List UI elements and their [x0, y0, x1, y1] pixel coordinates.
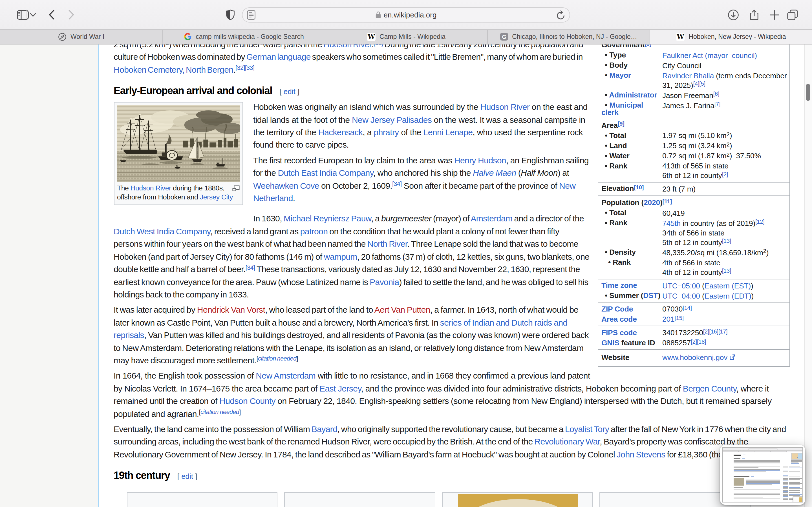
reference-link[interactable]: [2][16][17]: [703, 328, 728, 334]
wiki-link[interactable]: Loyalist Tory: [565, 424, 609, 434]
reference-link[interactable]: [31]: [373, 44, 383, 46]
wiki-link[interactable]: Faulkner Act (mayor–council): [662, 51, 757, 60]
reference-link[interactable]: [9]: [618, 121, 624, 127]
refresh-button[interactable]: [556, 10, 566, 22]
wiki-link[interactable]: Hudson River: [323, 44, 371, 49]
wiki-link[interactable]: Pavonia: [370, 277, 399, 286]
scrollbar-thumb[interactable]: [806, 83, 810, 101]
edit-section-link[interactable]: edit: [181, 472, 193, 481]
share-button[interactable]: [747, 0, 761, 29]
wiki-link[interactable]: Hudson County: [219, 396, 275, 406]
wiki-link[interactable]: www.hobokennj.gov: [662, 353, 727, 362]
wiki-link[interactable]: New: [559, 180, 575, 190]
wiki-link[interactable]: Administrator: [609, 91, 657, 100]
wiki-link[interactable]: Hoboken Cemetery, North Bergen: [114, 65, 233, 74]
reference-link[interactable]: [11]: [662, 198, 672, 204]
wiki-link[interactable]: Hackensack: [318, 127, 363, 137]
wiki-link[interactable]: phratry: [374, 127, 399, 137]
wiki-link[interactable]: Ravinder Bhalla: [662, 71, 714, 80]
wiki-link[interactable]: North River: [367, 239, 407, 249]
reference-link[interactable]: [32][33]: [236, 64, 254, 71]
citation-needed-link[interactable]: citation needed: [200, 408, 239, 415]
wiki-link[interactable]: Dutch West India Company: [114, 226, 210, 236]
tab-3[interactable]: WCamp Mills - Wikipedia: [325, 30, 487, 44]
wiki-link[interactable]: John Stevens: [617, 450, 665, 459]
address-bar[interactable]: en.wikipedia.org: [242, 7, 570, 22]
back-button[interactable]: [47, 0, 56, 29]
wiki-link[interactable]: UTC−05:00: [662, 281, 700, 290]
hudson-river-engraving-image[interactable]: [116, 105, 240, 182]
wiki-link[interactable]: 201: [662, 315, 674, 324]
reference-link[interactable]: [34]: [246, 264, 255, 271]
wiki-link[interactable]: patroon: [300, 226, 328, 236]
wiki-link[interactable]: East Jersey: [319, 384, 361, 393]
wiki-link[interactable]: ZIP Code: [601, 305, 633, 313]
wiki-link[interactable]: Bergen County: [683, 384, 737, 393]
wiki-link[interactable]: Halve Maen: [473, 168, 516, 178]
wiki-link[interactable]: DST: [643, 291, 658, 300]
reference-link[interactable]: [12]: [755, 219, 765, 225]
gallery-thumbnail-frame[interactable]: [284, 492, 435, 507]
wiki-link[interactable]: Hudson River: [131, 184, 171, 192]
gallery-thumbnail-frame[interactable]: [442, 492, 593, 507]
wiki-link[interactable]: New Jersey Palisades: [352, 115, 432, 124]
wiki-link[interactable]: Lenni Lenape: [423, 127, 473, 137]
magnify-icon[interactable]: [232, 185, 240, 191]
reference-link[interactable]: [2]: [722, 171, 728, 177]
reference-link[interactable]: [4][5]: [693, 81, 705, 87]
wiki-link[interactable]: Dutch East India Company: [278, 168, 373, 178]
wiki-link[interactable]: Mayor: [609, 71, 631, 80]
wiki-link[interactable]: Netherland: [253, 193, 293, 203]
wiki-link[interactable]: Municipal clerk: [601, 101, 643, 117]
tab-1[interactable]: World War I: [0, 30, 162, 44]
tab-5-active[interactable]: WHoboken, New Jersey - Wikipedia: [650, 30, 812, 44]
wiki-link[interactable]: reprisals: [114, 330, 144, 340]
reference-link[interactable]: [7]: [714, 101, 721, 107]
wiki-link[interactable]: Area code: [601, 315, 637, 323]
citation-needed-link[interactable]: citation needed: [258, 355, 296, 362]
reference-link[interactable]: [34]: [392, 180, 402, 187]
wiki-link[interactable]: 2020: [644, 198, 660, 207]
wiki-link[interactable]: Hudson River: [480, 102, 530, 112]
reference-link[interactable]: [3]: [645, 44, 651, 47]
wiki-link[interactable]: New Amsterdam: [256, 371, 315, 381]
reference-link[interactable]: [15]: [674, 315, 684, 321]
tab-overview-button[interactable]: [785, 0, 800, 29]
reference-link[interactable]: [10]: [634, 184, 644, 190]
wiki-link[interactable]: GNIS: [601, 338, 619, 347]
wiki-link[interactable]: Revolutionary War: [534, 437, 600, 446]
forward-button[interactable]: [67, 0, 75, 29]
wiki-link[interactable]: German language: [246, 52, 311, 62]
wiki-link[interactable]: Henry Hudson: [454, 156, 506, 165]
wiki-link[interactable]: 745th: [662, 219, 680, 227]
wiki-link[interactable]: Bayard: [312, 424, 337, 434]
wiki-link[interactable]: Eastern (EST): [705, 281, 751, 290]
wiki-link[interactable]: UTC−04:00: [662, 291, 700, 300]
wiki-red-link[interactable]: Aert Van Putten: [374, 305, 430, 315]
wiki-link[interactable]: Jersey City: [200, 193, 233, 201]
wiki-link[interactable]: Weehawken Cove: [253, 180, 319, 190]
reference-link[interactable]: [13]: [722, 238, 731, 244]
scrollbar-track[interactable]: [804, 44, 812, 507]
reference-link[interactable]: [6]: [713, 91, 719, 97]
privacy-report-button[interactable]: [224, 0, 236, 29]
wiki-link[interactable]: Michael Reyniersz Pauw: [284, 214, 371, 223]
wiki-link[interactable]: Eastern (EDT): [705, 291, 751, 300]
wiki-link[interactable]: Amsterdam: [470, 214, 512, 223]
wiki-link[interactable]: wampum: [324, 251, 357, 261]
gallery-thumbnail-frame[interactable]: [126, 492, 277, 507]
sidebar-chevron-button[interactable]: [28, 0, 38, 29]
url-domain[interactable]: en.wikipedia.org: [384, 11, 437, 19]
wiki-link[interactable]: FIPS code: [601, 328, 637, 337]
tab-4[interactable]: GChicago, Illinois to Hoboken, NJ - Goog…: [487, 30, 650, 44]
wiki-link[interactable]: series of Indian and Dutch raids and: [440, 318, 567, 327]
edit-section-link[interactable]: edit: [284, 87, 296, 96]
reference-link[interactable]: [14]: [682, 305, 692, 311]
reference-link[interactable]: [13]: [722, 268, 731, 274]
screenshot-preview-thumbnail[interactable]: [720, 445, 805, 505]
reference-link[interactable]: [2][18]: [691, 338, 706, 344]
wiki-red-link[interactable]: Hendrick Van Vorst: [197, 305, 265, 315]
new-tab-button[interactable]: [767, 0, 781, 29]
downloads-button[interactable]: [726, 0, 740, 29]
tab-2[interactable]: camp mills wikipedia - Google Search: [162, 30, 325, 44]
